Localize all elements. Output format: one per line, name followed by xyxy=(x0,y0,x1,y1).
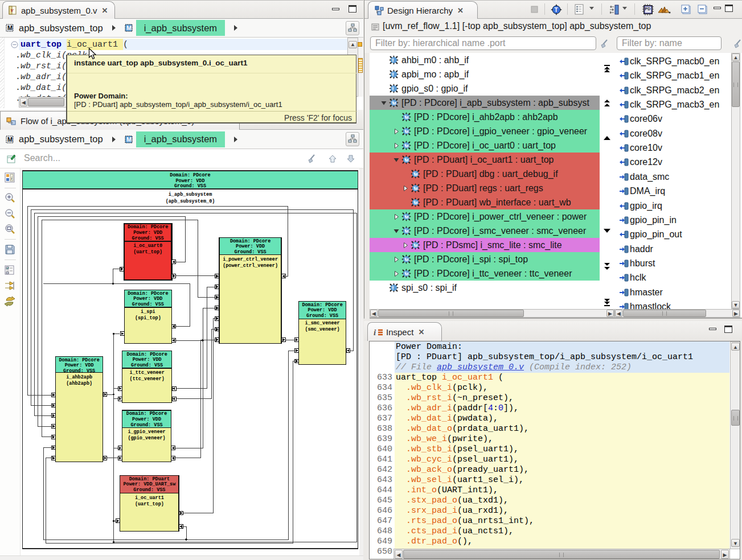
svg-text:(gpio_veneer): (gpio_veneer) xyxy=(128,435,165,441)
svg-text:Domain: PDcore: Domain: PDcore xyxy=(128,224,168,230)
svg-text:(uart_top): (uart_top) xyxy=(133,249,162,255)
svg-text:Domain: PDcore: Domain: PDcore xyxy=(128,291,168,297)
svg-text:Ground: VSS: Ground: VSS xyxy=(306,313,338,319)
svg-text:(apb_subsystem_0): (apb_subsystem_0) xyxy=(166,199,215,204)
svg-text:Power: VDD: Power: VDD xyxy=(65,363,94,368)
svg-text:M: M xyxy=(392,101,396,106)
svg-text:M: M xyxy=(126,24,132,31)
svg-text:i_apb_subsystem: i_apb_subsystem xyxy=(169,192,212,197)
svg-text:M: M xyxy=(414,200,418,205)
svg-text:Domain: PDcore: Domain: PDcore xyxy=(302,302,342,308)
svg-text:Ground: VSS: Ground: VSS xyxy=(174,183,206,189)
svg-text:i_smc_veneer: i_smc_veneer xyxy=(305,320,339,326)
svg-text:i_oc_uart0: i_oc_uart0 xyxy=(133,243,162,249)
svg-text:Domain: PDcore: Domain: PDcore xyxy=(170,172,210,178)
svg-text:Domain: PDcore: Domain: PDcore xyxy=(59,357,99,363)
svg-text:Domain: PDcore: Domain: PDcore xyxy=(230,238,270,244)
svg-text:i_oc_uart1: i_oc_uart1 xyxy=(135,495,164,501)
svg-text:i_spi: i_spi xyxy=(141,309,155,315)
svg-text:Power: VDD_UART_sw: Power: VDD_UART_sw xyxy=(123,481,176,487)
svg-text:M: M xyxy=(414,172,418,177)
svg-text:PD: PD xyxy=(645,7,651,11)
svg-text:Power: VDD: Power: VDD xyxy=(133,357,162,363)
svg-text:Domain: PDcore: Domain: PDcore xyxy=(126,411,167,417)
svg-text:T: T xyxy=(555,7,558,13)
svg-text:Ground: VSS: Ground: VSS xyxy=(132,302,164,307)
svg-text:i_ahb2apb: i_ahb2apb xyxy=(66,374,92,380)
svg-text:Ground: VSS: Ground: VSS xyxy=(132,236,164,241)
svg-text:Power: VDD: Power: VDD xyxy=(236,244,265,249)
svg-text:i_ttc_veneer: i_ttc_veneer xyxy=(130,370,165,376)
svg-text:Power: VDD: Power: VDD xyxy=(132,417,161,422)
svg-text:M: M xyxy=(405,257,409,262)
svg-text:(ttc_veneer): (ttc_veneer) xyxy=(130,376,165,382)
svg-text:i: i xyxy=(374,328,376,337)
svg-text:Domain: PDcore: Domain: PDcore xyxy=(126,352,167,357)
svg-text:M: M xyxy=(405,215,409,220)
svg-text:v: v xyxy=(11,7,14,13)
svg-text:i_gpio_veneer: i_gpio_veneer xyxy=(128,429,165,435)
svg-text:(ahb2apb): (ahb2apb) xyxy=(66,381,92,386)
svg-text:Power: VDD: Power: VDD xyxy=(308,307,337,313)
svg-text:M: M xyxy=(414,186,418,191)
svg-text:M: M xyxy=(405,229,409,234)
svg-text:Power: VDD: Power: VDD xyxy=(175,178,204,184)
svg-text:i: i xyxy=(392,87,393,92)
svg-text:M: M xyxy=(126,136,132,143)
svg-text:Ground: VSS: Ground: VSS xyxy=(235,249,267,255)
svg-text:(spi_top): (spi_top) xyxy=(135,315,161,321)
svg-text:M: M xyxy=(414,243,418,248)
svg-text:Ground: VSS: Ground: VSS xyxy=(133,487,165,493)
svg-text:i: i xyxy=(392,72,393,77)
svg-text:(smc_veneer): (smc_veneer) xyxy=(305,327,339,332)
svg-text:M: M xyxy=(405,271,409,277)
svg-text:M: M xyxy=(405,143,409,149)
svg-text:M: M xyxy=(7,136,13,143)
svg-text:(power_ctrl_veneer): (power_ctrl_veneer) xyxy=(223,263,278,269)
svg-text:M: M xyxy=(405,158,409,163)
svg-text:i: i xyxy=(392,58,393,63)
svg-text:(uart_top): (uart_top) xyxy=(135,501,164,507)
svg-text:Ground: VSS: Ground: VSS xyxy=(131,363,163,368)
svg-text:Ground: VSS: Ground: VSS xyxy=(63,368,95,374)
svg-text:Ground: VSS: Ground: VSS xyxy=(130,422,162,428)
svg-text:M: M xyxy=(405,115,409,120)
svg-text:M: M xyxy=(405,129,409,134)
svg-text:Power: VDD: Power: VDD xyxy=(133,230,162,236)
svg-text:i: i xyxy=(392,286,393,291)
svg-text:M: M xyxy=(7,24,13,31)
svg-text:Power: VDD: Power: VDD xyxy=(133,296,162,302)
svg-text:Domain: PDuart: Domain: PDuart xyxy=(129,476,170,482)
svg-text:i_power_ctrl_veneer: i_power_ctrl_veneer xyxy=(223,257,278,262)
